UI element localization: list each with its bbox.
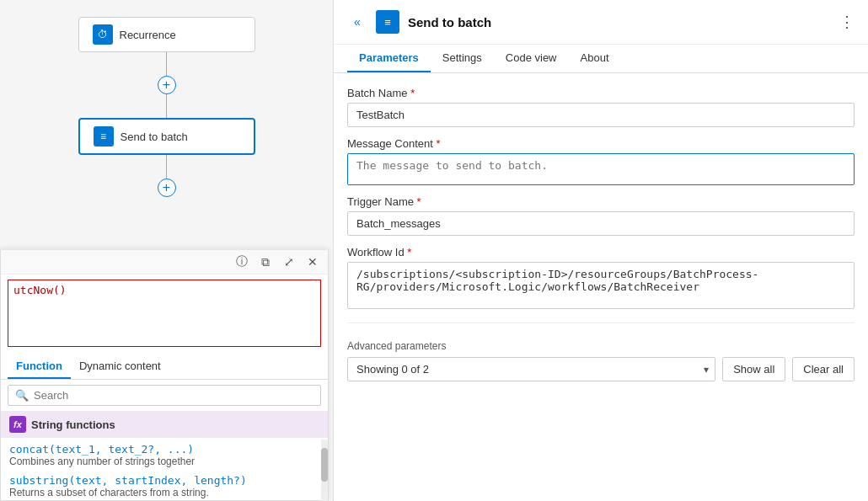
right-panel-title: Send to batch (408, 15, 831, 29)
right-content: Batch Name * Message Content * Trigger N… (334, 73, 868, 501)
collapse-icon[interactable]: « (347, 12, 367, 32)
tab-parameters[interactable]: Parameters (347, 45, 431, 72)
search-icon: 🔍 (15, 389, 29, 402)
more-options-icon[interactable]: ⋮ (839, 13, 855, 31)
copy-icon[interactable]: ⧉ (257, 253, 274, 270)
tab-dynamic-content[interactable]: Dynamic content (71, 354, 169, 379)
advanced-parameters-label: Advanced parameters (347, 340, 855, 352)
message-content-input[interactable] (347, 153, 855, 185)
advanced-parameters-section: Advanced parameters Showing 0 of 2 ▾ Sho… (347, 340, 855, 381)
workflow-id-input[interactable]: /subscriptions/<subscription-ID>/resourc… (347, 262, 855, 309)
send-to-batch-node[interactable]: ≡ Send to batch (78, 118, 255, 155)
scrollbar[interactable] (321, 440, 328, 501)
expression-editor-panel: ⓘ ⧉ ⤢ ✕ utcNow() Function Dynamic conten… (0, 250, 329, 501)
expression-toolbar: ⓘ ⧉ ⤢ ✕ (1, 250, 328, 274)
connector-3 (166, 155, 167, 179)
tab-code-view[interactable]: Code view (494, 45, 569, 72)
header-action-icon: ≡ (376, 10, 399, 34)
workflow-id-label: Workflow Id * (347, 246, 855, 258)
batch-name-input[interactable] (347, 103, 855, 127)
left-panel: ⏱ Recurrence + ≡ Send to batch + ⓘ ⧉ ⤢ ✕… (0, 0, 333, 501)
recurrence-icon: ⏱ (93, 24, 113, 45)
add-button-2[interactable]: + (158, 179, 176, 197)
right-tabs: Parameters Settings Code view About (334, 45, 868, 73)
func-substring[interactable]: substring(text, startIndex, length?) Ret… (1, 469, 328, 500)
add-button-1[interactable]: + (158, 76, 176, 94)
workflow-id-field-group: Workflow Id * /subscriptions/<subscripti… (347, 246, 855, 309)
recurrence-node[interactable]: ⏱ Recurrence (78, 17, 255, 52)
tab-function[interactable]: Function (8, 354, 71, 379)
advanced-select-wrapper: Showing 0 of 2 ▾ (347, 357, 715, 381)
connector-1 (166, 52, 167, 76)
func-concat-desc: Combines any number of strings together (9, 456, 319, 467)
recurrence-label: Recurrence (120, 29, 176, 41)
show-all-button[interactable]: Show all (722, 357, 785, 381)
message-content-label: Message Content * (347, 137, 855, 150)
string-functions-section: fx String functions (1, 411, 328, 438)
expand-icon[interactable]: ⤢ (281, 253, 297, 270)
send-to-batch-label: Send to batch (121, 131, 188, 143)
divider (347, 322, 855, 323)
expression-textarea[interactable]: utcNow() (8, 280, 321, 347)
send-to-batch-icon: ≡ (94, 126, 114, 147)
string-functions-label: String functions (31, 418, 115, 431)
func-substring-name: substring(text, startIndex, length?) (9, 474, 319, 487)
tab-settings[interactable]: Settings (431, 45, 494, 72)
tab-about[interactable]: About (569, 45, 621, 72)
trigger-name-label: Trigger Name * (347, 195, 855, 208)
workflow-canvas: ⏱ Recurrence + ≡ Send to batch + (0, 17, 333, 197)
func-substring-desc: Returns a subset of characters from a st… (9, 487, 319, 498)
batch-name-field-group: Batch Name * (347, 87, 855, 127)
search-input[interactable] (34, 389, 313, 402)
connector-2 (166, 94, 167, 118)
message-content-field-group: Message Content * (347, 137, 855, 185)
expression-textarea-wrap: utcNow() (1, 274, 328, 354)
advanced-parameters-row: Showing 0 of 2 ▾ Show all Clear all (347, 357, 855, 381)
info-icon[interactable]: ⓘ (233, 253, 250, 270)
fx-icon: fx (9, 416, 26, 433)
batch-name-label: Batch Name * (347, 87, 855, 99)
expression-search-box[interactable]: 🔍 (8, 385, 321, 406)
expression-tabs: Function Dynamic content (1, 354, 328, 380)
scrollbar-thumb (321, 448, 328, 482)
right-panel: « ≡ Send to batch ⋮ Parameters Settings … (333, 0, 868, 501)
advanced-parameters-select[interactable]: Showing 0 of 2 (347, 357, 715, 381)
trigger-name-input[interactable] (347, 211, 855, 236)
trigger-name-field-group: Trigger Name * (347, 195, 855, 236)
right-header: « ≡ Send to batch ⋮ (334, 0, 868, 45)
func-concat-name: concat(text_1, text_2?, ...) (9, 443, 319, 456)
clear-all-button[interactable]: Clear all (792, 357, 855, 381)
func-concat[interactable]: concat(text_1, text_2?, ...) Combines an… (1, 438, 328, 469)
close-icon[interactable]: ✕ (304, 253, 321, 270)
